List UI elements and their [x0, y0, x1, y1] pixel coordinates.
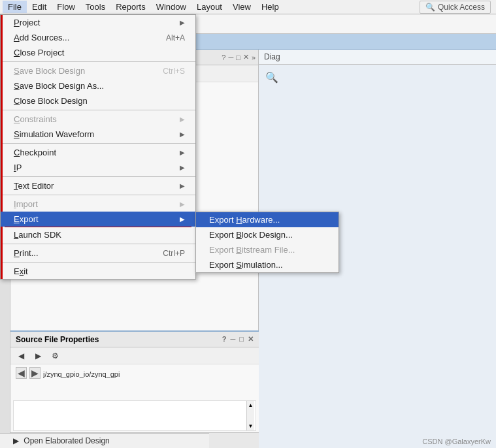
quick-access-label: Quick Access [438, 3, 485, 12]
menu-layout-label: Layout [197, 2, 222, 12]
menu-tools-label: Tools [86, 2, 105, 12]
sep5 [1, 195, 195, 195]
sfp-scrollbar-area: ▲ ▼ [13, 400, 256, 431]
app-window: File Edit Flow Tools Reports Window Layo… [0, 0, 496, 448]
menu-item-save-bd-as-label: Save Block Design As... [14, 81, 185, 91]
menu-item-launch-sdk[interactable]: Launch SDK [1, 227, 195, 242]
maximize-icon[interactable]: □ [236, 54, 240, 61]
menu-item-add-sources[interactable]: Add Sources... Alt+A [1, 30, 195, 45]
menu-item-export-hardware[interactable]: Export Hardware... [196, 212, 339, 227]
menu-view-label: View [233, 2, 251, 12]
export-submenu: Export Hardware... Export Block Design..… [195, 212, 339, 273]
zoom-icon[interactable]: 🔍 [265, 72, 278, 83]
menu-item-constraints-label: Constraints [14, 114, 180, 124]
menu-item-import-label: Import [14, 199, 180, 209]
expand-icon[interactable]: » [252, 54, 256, 61]
menu-item-print[interactable]: Print... Ctrl+P [1, 246, 195, 261]
menu-item-sim-wave-arrow: ▶ [180, 131, 185, 138]
menu-reports-label: Reports [116, 2, 146, 12]
open-elaborated-design-toggle: ▶ [13, 436, 19, 445]
menu-view[interactable]: View [227, 1, 256, 13]
menu-item-launch-sdk-label: Launch SDK [14, 230, 185, 240]
menu-item-project[interactable]: Project ▶ [1, 15, 195, 30]
menu-help-label: Help [261, 2, 279, 12]
menu-file[interactable]: File [3, 1, 27, 13]
menu-item-export[interactable]: Export ▶ Export Hardware... Export Block… [1, 212, 195, 227]
menu-item-export-simulation-label: Export Simulation... [209, 260, 328, 270]
minimize-icon[interactable]: ─ [228, 54, 233, 61]
file-menu: Project ▶ Add Sources... Alt+A Close Pro… [0, 14, 196, 280]
menu-item-sim-wave-label: Simulation Waveform [14, 129, 180, 139]
menu-flow[interactable]: Flow [52, 1, 80, 13]
menu-item-text-editor[interactable]: Text Editor ▶ [1, 178, 195, 193]
menu-item-print-label: Print... [14, 248, 150, 258]
menu-item-checkpoint-label: Checkpoint [14, 148, 180, 157]
menubar: File Edit Flow Tools Reports Window Layo… [0, 0, 496, 14]
sfp-content: ◀ ▶ j/zynq_gpio_io/zynq_gpi [10, 364, 259, 399]
sfp-panel: Source File Properties ? ─ □ ✕ ◀ ▶ ⚙ [10, 330, 259, 448]
sep1 [1, 61, 195, 62]
menu-item-checkpoint[interactable]: Checkpoint ▶ [1, 145, 195, 160]
sfp-toolbar: ◀ ▶ ⚙ [10, 347, 259, 364]
menu-item-save-block-design-as[interactable]: Save Block Design As... [1, 78, 195, 93]
menu-item-export-simulation[interactable]: Export Simulation... [196, 257, 339, 272]
menu-item-checkpoint-arrow: ▶ [180, 149, 185, 156]
menu-item-constraints: Constraints ▶ [1, 112, 195, 127]
menu-item-exit[interactable]: Exit [1, 264, 195, 279]
sfp-maximize-icon[interactable]: □ [239, 335, 244, 344]
menu-item-save-block-design-label: Save Block Design [14, 66, 150, 76]
sep3 [1, 143, 195, 144]
sfp-scroll-right[interactable]: ▶ [29, 367, 41, 379]
sfp-close-icon[interactable]: ✕ [248, 335, 254, 344]
open-elaborated-design-label: Open Elaborated Design [24, 436, 109, 445]
menu-item-close-project[interactable]: Close Project [1, 45, 195, 60]
menu-edit-label: Edit [32, 2, 46, 12]
diagram-header-label: Diag [264, 52, 280, 61]
sep7 [1, 262, 195, 263]
sep6 [1, 244, 195, 244]
menu-reports[interactable]: Reports [110, 1, 151, 13]
sfp-vscrollbar[interactable]: ▲ ▼ [14, 401, 256, 430]
panel-tab-icons: ? ─ □ ✕ » [222, 53, 258, 61]
sfp-title: Source File Properties [16, 335, 99, 344]
menu-file-label: File [8, 2, 22, 12]
menu-tools[interactable]: Tools [80, 1, 110, 13]
sfp-settings-button[interactable]: ⚙ [48, 349, 61, 362]
menu-flow-label: Flow [57, 2, 74, 12]
search-icon: 🔍 [425, 3, 435, 12]
menu-item-export-bitstream: Export Bitstream File... [196, 242, 339, 257]
sfp-back-button[interactable]: ◀ [14, 349, 27, 362]
quick-access-area[interactable]: 🔍 Quick Access [420, 1, 491, 14]
menu-item-export-bitstream-label: Export Bitstream File... [209, 245, 328, 255]
sfp-minimize-icon[interactable]: ─ [231, 335, 236, 344]
menu-window[interactable]: Window [151, 1, 191, 13]
close-panel-icon[interactable]: ✕ [243, 53, 249, 61]
sfp-header: Source File Properties ? ─ □ ✕ [10, 332, 259, 347]
sfp-forward-button[interactable]: ▶ [31, 349, 44, 362]
menu-help[interactable]: Help [256, 1, 284, 13]
menu-layout[interactable]: Layout [191, 1, 227, 13]
menu-item-export-arrow: ▶ [180, 216, 185, 223]
menu-item-export-hardware-label: Export Hardware... [209, 215, 328, 225]
menu-item-export-label: Export [14, 214, 180, 224]
sfp-path: j/zynq_gpio_io/zynq_gpi [43, 370, 120, 378]
menu-item-project-label: Project [14, 18, 180, 27]
sfp-header-icons: ? ─ □ ✕ [222, 335, 254, 344]
help-icon[interactable]: ? [222, 54, 225, 61]
open-elaborated-design[interactable]: ▶ Open Elaborated Design [0, 433, 209, 448]
menu-item-import-arrow: ▶ [180, 200, 185, 208]
menu-item-export-block-design[interactable]: Export Block Design... [196, 227, 339, 242]
menu-item-close-block-design[interactable]: Close Block Design [1, 93, 195, 108]
sep2 [1, 110, 195, 110]
menu-item-close-bd-label: Close Block Design [14, 96, 185, 106]
menu-item-ip[interactable]: IP ▶ [1, 160, 195, 175]
sfp-help-icon[interactable]: ? [222, 335, 227, 344]
menu-item-simulation-waveform[interactable]: Simulation Waveform ▶ [1, 127, 195, 142]
menu-item-close-project-label: Close Project [14, 48, 185, 57]
sfp-scroll-left[interactable]: ◀ [16, 367, 27, 379]
menu-edit[interactable]: Edit [27, 1, 52, 13]
menu-item-ip-arrow: ▶ [180, 164, 185, 171]
menu-item-print-shortcut: Ctrl+P [163, 249, 185, 258]
menu-item-import: Import ▶ [1, 197, 195, 212]
menu-item-project-arrow: ▶ [180, 19, 185, 26]
